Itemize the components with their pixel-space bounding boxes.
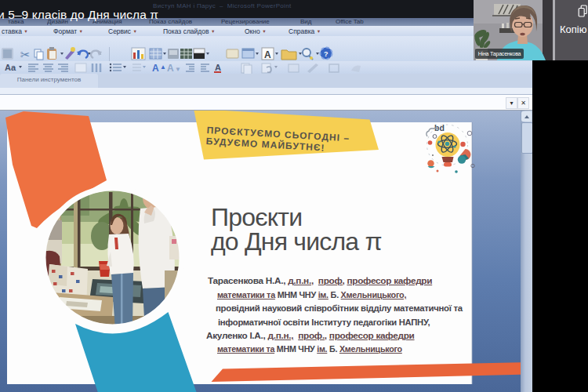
svg-text:✂: ✂ xyxy=(20,48,31,61)
svg-text:А: А xyxy=(215,63,221,72)
svg-text:▲: ▲ xyxy=(160,64,166,71)
svg-text:Aa: Aa xyxy=(5,63,16,72)
svg-text:А: А xyxy=(152,63,159,74)
svg-text:?: ? xyxy=(324,50,328,58)
svg-text:А: А xyxy=(167,63,174,74)
svg-text:A: A xyxy=(264,49,271,60)
svg-text:▼: ▼ xyxy=(175,66,181,73)
